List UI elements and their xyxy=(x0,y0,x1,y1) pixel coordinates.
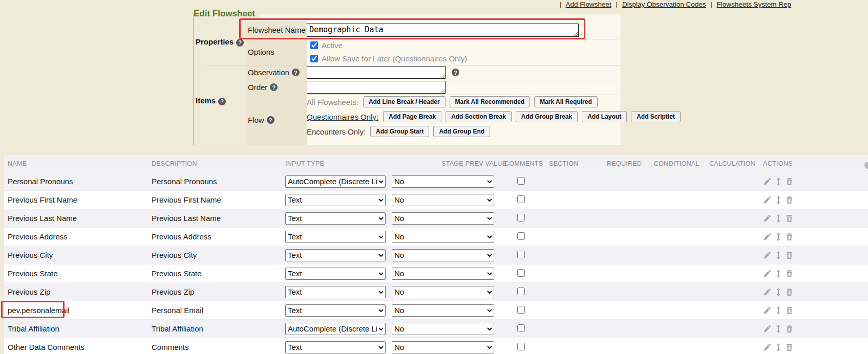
help-icon[interactable]: ? xyxy=(267,116,274,124)
comments-checkbox[interactable] xyxy=(517,214,525,222)
nav-separator: | xyxy=(560,1,562,8)
stage-prev-value-select[interactable]: No xyxy=(392,341,494,353)
header-input-type: INPUT TYPE xyxy=(285,160,392,167)
input-type-select[interactable]: AutoComplete (Discrete List) xyxy=(285,323,386,335)
nav-link-flowsheets-system-reports[interactable]: Flowsheets System Rep xyxy=(717,1,792,8)
nav-link-display-observation-codes[interactable]: Display Observation Codes xyxy=(622,1,706,8)
delete-trash-icon[interactable] xyxy=(786,288,793,296)
move-updown-icon[interactable] xyxy=(775,233,781,241)
stage-prev-value-select[interactable]: No xyxy=(392,286,494,298)
stage-prev-value-select[interactable]: No xyxy=(392,249,494,261)
help-icon[interactable]: ? xyxy=(270,83,278,91)
comments-checkbox[interactable] xyxy=(517,251,525,258)
comments-checkbox[interactable] xyxy=(517,324,525,332)
move-updown-icon[interactable] xyxy=(775,196,781,204)
comments-checkbox[interactable] xyxy=(517,343,525,350)
move-updown-icon[interactable] xyxy=(775,251,781,259)
all-flowsheets-group-label: All Flowsheets: xyxy=(307,98,358,106)
delete-trash-icon[interactable] xyxy=(786,233,793,241)
table-row: Personal Pronouns Personal Pronouns Auto… xyxy=(4,172,868,191)
header-actions: ACTIONS xyxy=(755,160,799,167)
input-type-select[interactable]: Text xyxy=(285,286,386,298)
edit-pencil-icon[interactable] xyxy=(763,233,771,241)
table-row: Other Data Comments Comments Text No xyxy=(4,338,868,354)
delete-trash-icon[interactable] xyxy=(786,343,793,351)
comments-checkbox[interactable] xyxy=(517,195,525,203)
table-row: Previous Last Name Previous Last Name Te… xyxy=(4,209,868,228)
stage-prev-value-select[interactable]: No xyxy=(392,304,494,317)
add-group-start-button[interactable]: Add Group Start xyxy=(370,126,429,137)
add-scriptlet-button[interactable]: Add Scriptlet xyxy=(631,111,681,122)
delete-trash-icon[interactable] xyxy=(786,306,793,315)
move-updown-icon[interactable] xyxy=(775,270,781,278)
mark-all-required-button[interactable]: Mark All Required xyxy=(534,96,598,107)
stage-prev-value-select[interactable]: No xyxy=(392,194,494,206)
stage-prev-value-select[interactable]: No xyxy=(392,323,494,335)
stage-prev-value-select[interactable]: No xyxy=(392,231,494,243)
nav-separator: | xyxy=(616,1,618,8)
input-type-select[interactable]: Text xyxy=(285,249,386,261)
stage-prev-value-select[interactable]: No xyxy=(392,268,494,280)
row-name: Previous Last Name xyxy=(4,214,152,223)
add-section-break-button[interactable]: Add Section Break xyxy=(446,111,512,122)
header-required: REQUIRED xyxy=(602,160,650,167)
edit-pencil-icon[interactable] xyxy=(763,270,771,278)
stage-prev-value-select[interactable]: No xyxy=(392,212,494,225)
input-type-select[interactable]: Text xyxy=(285,268,386,280)
delete-trash-icon[interactable] xyxy=(786,178,793,186)
input-type-select[interactable]: AutoComplete (Discrete List) xyxy=(285,175,386,188)
edit-flowsheet-form: Properties? Items? Flowsheet Name Option… xyxy=(193,14,621,145)
table-row-highlighted: pev.personalemail Personal Email Text No xyxy=(4,301,868,320)
edit-pencil-icon[interactable] xyxy=(763,178,771,186)
move-updown-icon[interactable] xyxy=(775,214,781,223)
move-updown-icon[interactable] xyxy=(775,288,781,296)
input-type-select[interactable]: Text xyxy=(285,341,386,353)
row-name: Previous First Name xyxy=(4,195,152,204)
edit-pencil-icon[interactable] xyxy=(763,343,771,351)
delete-trash-icon[interactable] xyxy=(786,196,793,204)
row-name: pev.personalemail xyxy=(4,306,152,315)
help-icon[interactable]: ? xyxy=(292,69,300,76)
add-group-break-button[interactable]: Add Group Break xyxy=(516,111,578,122)
edit-pencil-icon[interactable] xyxy=(763,325,771,333)
comments-checkbox[interactable] xyxy=(517,269,525,277)
mark-all-recommended-button[interactable]: Mark All Recommended xyxy=(450,96,531,107)
nav-link-add-flowsheet[interactable]: Add Flowsheet xyxy=(566,1,611,8)
move-updown-icon[interactable] xyxy=(775,178,781,186)
help-icon[interactable]: ? xyxy=(218,98,226,105)
stage-prev-value-select[interactable]: No xyxy=(392,175,494,188)
help-icon[interactable]: ? xyxy=(452,69,459,76)
add-layout-button[interactable]: Add Layout xyxy=(582,111,627,122)
input-type-select[interactable]: Text xyxy=(285,194,386,206)
table-header-row: NAME DESCRIPTION INPUT TYPE STAGE PREV V… xyxy=(4,155,868,172)
add-page-break-button[interactable]: Add Page Break xyxy=(383,111,441,122)
delete-trash-icon[interactable] xyxy=(786,251,793,259)
observation-input[interactable] xyxy=(307,66,446,79)
move-updown-icon[interactable] xyxy=(775,306,781,315)
comments-checkbox[interactable] xyxy=(517,232,525,240)
input-type-select[interactable]: Text xyxy=(285,304,386,317)
delete-trash-icon[interactable] xyxy=(786,270,793,278)
nav-separator: | xyxy=(710,1,712,8)
add-group-end-button[interactable]: Add Group End xyxy=(433,126,490,137)
order-input[interactable] xyxy=(307,81,446,94)
input-type-select[interactable]: Text xyxy=(285,212,386,225)
edit-pencil-icon[interactable] xyxy=(763,251,771,259)
add-line-break-header-button[interactable]: Add Line Break / Header xyxy=(363,96,446,107)
delete-trash-icon[interactable] xyxy=(786,325,793,333)
comments-checkbox[interactable] xyxy=(517,306,525,314)
comments-checkbox[interactable] xyxy=(517,287,525,295)
comments-checkbox[interactable] xyxy=(517,177,525,185)
edit-pencil-icon[interactable] xyxy=(763,196,771,204)
move-updown-icon[interactable] xyxy=(775,325,781,333)
edit-pencil-icon[interactable] xyxy=(763,306,771,315)
allow-save-checkbox[interactable] xyxy=(310,55,318,62)
delete-trash-icon[interactable] xyxy=(786,214,793,223)
help-icon[interactable]: ? xyxy=(236,39,244,47)
edit-pencil-icon[interactable] xyxy=(763,214,771,223)
edit-pencil-icon[interactable] xyxy=(763,288,771,296)
move-updown-icon[interactable] xyxy=(775,343,781,351)
flowsheet-name-input[interactable]: Demographic Data xyxy=(307,24,579,37)
active-checkbox[interactable] xyxy=(310,41,318,49)
input-type-select[interactable]: Text xyxy=(285,231,386,243)
